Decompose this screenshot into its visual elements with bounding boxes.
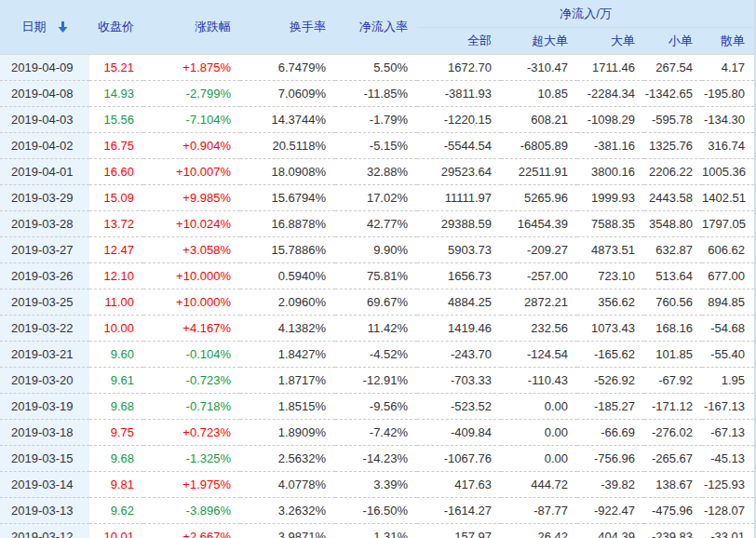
sort-descending-icon: [58, 21, 68, 33]
cell-net-inflow-rate: 11.42%: [335, 316, 417, 342]
cell-close-price: 9.68: [89, 446, 143, 472]
cell-net-inflow-rate: 32.88%: [335, 159, 417, 185]
cell-net-inflow-retail: 1402.51: [702, 185, 754, 211]
cell-net-inflow-super-large: 608.21: [501, 107, 577, 133]
cell-net-inflow-rate: -12.91%: [335, 368, 417, 394]
cell-date: 2019-03-14: [0, 472, 89, 498]
table-row: 2019-03-12 10.01 +2.667% 3.9871% 1.31% 1…: [0, 524, 754, 538]
cell-date: 2019-03-18: [0, 420, 89, 446]
cell-net-inflow-rate: -16.50%: [335, 498, 417, 524]
cell-net-inflow-all: 5903.73: [417, 237, 501, 263]
cell-net-inflow-super-large: -6805.89: [501, 133, 577, 159]
cell-date: 2019-03-20: [0, 368, 89, 394]
cell-net-inflow-retail: 316.74: [702, 133, 754, 159]
table-row: 2019-04-03 15.56 -7.104% 14.3744% -1.79%…: [0, 107, 754, 133]
column-header-retail[interactable]: 散单: [702, 28, 754, 55]
cell-net-inflow-large: -526.92: [577, 368, 644, 394]
column-header-super-large[interactable]: 超大单: [501, 28, 577, 55]
cell-net-inflow-small: 101.85: [644, 342, 702, 368]
cell-net-inflow-rate: -7.42%: [335, 420, 417, 446]
cell-change-percent: +0.723%: [143, 420, 240, 446]
cell-net-inflow-large: -922.47: [577, 498, 644, 524]
cell-net-inflow-retail: -167.13: [702, 394, 754, 420]
column-header-large[interactable]: 大单: [577, 28, 644, 55]
cell-turnover-rate: 14.3744%: [240, 107, 335, 133]
cell-close-price: 10.00: [89, 316, 143, 342]
cell-close-price: 9.81: [89, 472, 143, 498]
cell-net-inflow-super-large: -87.77: [501, 498, 577, 524]
column-header-date[interactable]: 日期: [0, 0, 89, 55]
cell-net-inflow-small: 760.56: [644, 289, 702, 316]
cell-date: 2019-03-25: [0, 289, 89, 316]
cell-turnover-rate: 1.8515%: [240, 394, 335, 420]
cell-date: 2019-03-29: [0, 185, 89, 211]
column-header-turnover[interactable]: 换手率: [240, 0, 335, 55]
cell-change-percent: -0.718%: [143, 394, 240, 420]
column-header-inflow-rate[interactable]: 净流入率: [335, 0, 417, 55]
cell-net-inflow-rate: -5.15%: [335, 133, 417, 159]
cell-net-inflow-rate: -9.56%: [335, 394, 417, 420]
fund-flow-table: 日期 收盘价 涨跌幅 换手率 净流入率 净流入/万 全部 超大单: [0, 0, 754, 538]
cell-close-price: 15.56: [89, 107, 143, 133]
cell-close-price: 12.10: [89, 263, 143, 289]
cell-change-percent: +10.007%: [143, 159, 240, 185]
cell-date: 2019-03-21: [0, 342, 89, 368]
cell-close-price: 14.93: [89, 81, 143, 107]
cell-close-price: 9.68: [89, 394, 143, 420]
stock-fund-flow-panel: 日期 收盘价 涨跌幅 换手率 净流入率 净流入/万 全部 超大单: [0, 0, 756, 538]
cell-net-inflow-rate: 17.02%: [335, 185, 417, 211]
column-header-close[interactable]: 收盘价: [89, 0, 143, 55]
column-header-all[interactable]: 全部: [417, 28, 501, 55]
cell-turnover-rate: 3.2632%: [240, 498, 335, 524]
table-row: 2019-03-18 9.75 +0.723% 1.8909% -7.42% -…: [0, 420, 754, 446]
table-row: 2019-03-13 9.62 -3.896% 3.2632% -16.50% …: [0, 498, 754, 524]
cell-change-percent: +10.024%: [143, 211, 240, 237]
cell-change-percent: -2.799%: [143, 81, 240, 107]
cell-net-inflow-rate: 42.77%: [335, 211, 417, 237]
cell-turnover-rate: 7.0609%: [240, 81, 335, 107]
cell-turnover-rate: 1.8717%: [240, 368, 335, 394]
cell-net-inflow-rate: -4.52%: [335, 342, 417, 368]
cell-turnover-rate: 6.7479%: [240, 55, 335, 81]
cell-close-price: 13.72: [89, 211, 143, 237]
column-header-small[interactable]: 小单: [644, 28, 702, 55]
cell-date: 2019-03-13: [0, 498, 89, 524]
cell-net-inflow-large: -756.96: [577, 446, 644, 472]
cell-net-inflow-rate: 5.50%: [335, 55, 417, 81]
table-row: 2019-04-09 15.21 +1.875% 6.7479% 5.50% 1…: [0, 55, 754, 81]
table-row: 2019-03-20 9.61 -0.723% 1.8717% -12.91% …: [0, 368, 754, 394]
cell-change-percent: -3.896%: [143, 498, 240, 524]
cell-net-inflow-large: -2284.34: [577, 81, 644, 107]
cell-net-inflow-small: 3548.80: [644, 211, 702, 237]
cell-net-inflow-all: 157.97: [417, 524, 501, 538]
cell-net-inflow-small: -276.02: [644, 420, 702, 446]
cell-date: 2019-03-27: [0, 237, 89, 263]
cell-net-inflow-large: -39.82: [577, 472, 644, 498]
cell-net-inflow-all: 1656.73: [417, 263, 501, 289]
cell-net-inflow-all: -5544.54: [417, 133, 501, 159]
cell-net-inflow-all: -1067.76: [417, 446, 501, 472]
cell-change-percent: +2.667%: [143, 524, 240, 538]
cell-date: 2019-04-08: [0, 81, 89, 107]
column-header-change[interactable]: 涨跌幅: [143, 0, 240, 55]
cell-change-percent: -0.723%: [143, 368, 240, 394]
cell-net-inflow-all: -243.70: [417, 342, 501, 368]
cell-close-price: 15.21: [89, 55, 143, 81]
cell-net-inflow-large: -381.16: [577, 133, 644, 159]
cell-net-inflow-small: -265.67: [644, 446, 702, 472]
cell-net-inflow-retail: -54.68: [702, 316, 754, 342]
cell-net-inflow-large: 1073.43: [577, 316, 644, 342]
cell-net-inflow-retail: -134.30: [702, 107, 754, 133]
cell-date: 2019-03-12: [0, 524, 89, 538]
cell-change-percent: -7.104%: [143, 107, 240, 133]
cell-net-inflow-rate: 75.81%: [335, 263, 417, 289]
cell-close-price: 16.60: [89, 159, 143, 185]
cell-net-inflow-all: 11111.97: [417, 185, 501, 211]
cell-turnover-rate: 4.1382%: [240, 316, 335, 342]
cell-net-inflow-super-large: 5265.96: [501, 185, 577, 211]
cell-date: 2019-03-28: [0, 211, 89, 237]
cell-net-inflow-all: 29523.64: [417, 159, 501, 185]
cell-close-price: 11.00: [89, 289, 143, 316]
cell-net-inflow-large: 1999.93: [577, 185, 644, 211]
cell-turnover-rate: 0.5940%: [240, 263, 335, 289]
